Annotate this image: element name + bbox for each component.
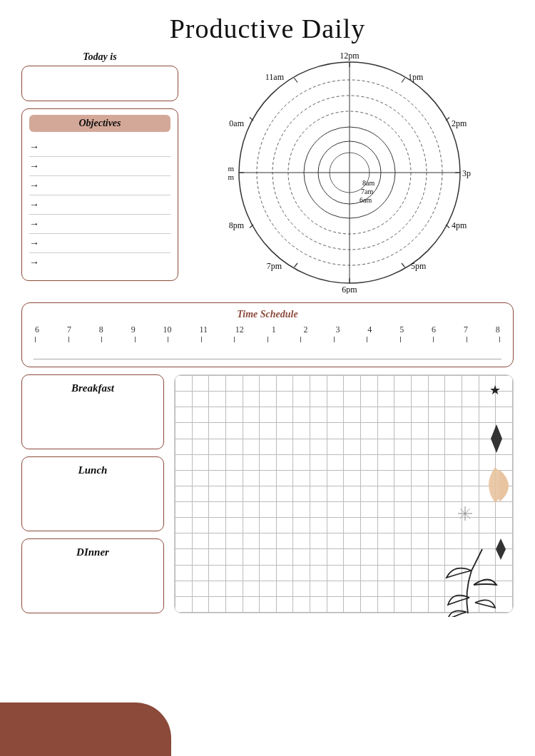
time-schedule-title: Time Schedule: [34, 309, 501, 320]
svg-text:1pm: 1pm: [408, 72, 424, 82]
time-label-15: 8: [496, 325, 500, 335]
svg-text:8am: 8am: [362, 179, 374, 187]
svg-text:8pm: 8pm: [229, 220, 245, 230]
svg-text:9am: 9am: [228, 164, 234, 173]
svg-text:6pm: 6pm: [342, 285, 357, 294]
time-schedule-labels: 6 7 8 9 10 11 12 1 2 3 4 5 6 7 8: [34, 325, 501, 335]
svg-text:12pm: 12pm: [340, 51, 360, 61]
time-label-12: 5: [399, 325, 404, 335]
svg-line-14: [402, 263, 405, 267]
objective-item-1[interactable]: →: [29, 138, 170, 157]
svg-text:7am: 7am: [361, 188, 373, 195]
time-schedule-bar[interactable]: [34, 344, 501, 359]
svg-line-16: [295, 263, 298, 267]
time-label-3: 8: [99, 325, 103, 335]
svg-line-10: [402, 78, 405, 83]
svg-line-20: [295, 78, 298, 83]
breakfast-box[interactable]: Breakfast: [21, 374, 164, 449]
objective-item-6[interactable]: →: [29, 234, 170, 253]
left-panel: Today is Objectives → → → → → → →: [21, 51, 178, 294]
time-label-10: 3: [335, 325, 340, 335]
svg-text:5pm: 5pm: [411, 261, 427, 271]
svg-text:3pm: 3pm: [462, 168, 471, 178]
date-input-box[interactable]: [21, 66, 178, 101]
objectives-header: Objectives: [29, 115, 170, 132]
time-label-9: 2: [304, 325, 308, 335]
svg-text:6am: 6am: [360, 196, 372, 204]
time-label-6: 11: [199, 325, 208, 335]
main-content-row: Today is Objectives → → → → → → →: [0, 44, 535, 294]
notes-grid-wrapper: ★: [174, 374, 514, 613]
svg-text:9pm: 9pm: [228, 173, 234, 181]
objective-item-3[interactable]: →: [29, 176, 170, 195]
grid-table: [175, 375, 513, 613]
clock-svg: 12pm 1pm 2pm 3pm 4pm 5pm 6pm 7pm 8pm 9am…: [228, 51, 471, 294]
objective-item-7[interactable]: →: [29, 253, 170, 272]
time-label-1: 6: [35, 325, 39, 335]
objective-item-4[interactable]: →: [29, 195, 170, 215]
time-label-2: 7: [67, 325, 71, 335]
page-title: Productive Daily: [0, 0, 535, 44]
time-label-8: 1: [272, 325, 276, 335]
objective-item-5[interactable]: →: [29, 215, 170, 234]
objectives-section: Objectives → → → → → → →: [21, 108, 178, 281]
corner-decoration-left: [0, 703, 171, 756]
time-schedule-section: Time Schedule 6 7 8 9 10 11 12 1 2 3 4 5…: [21, 302, 514, 367]
dinner-label: DInner: [76, 546, 109, 558]
lunch-label: Lunch: [78, 464, 108, 476]
today-label: Today is: [21, 51, 178, 101]
svg-text:10am: 10am: [228, 118, 245, 128]
time-ticks: [34, 337, 501, 342]
lunch-box[interactable]: Lunch: [21, 456, 164, 531]
meals-column: Breakfast Lunch DInner: [21, 374, 164, 613]
svg-text:2pm: 2pm: [452, 118, 467, 128]
time-label-5: 10: [163, 325, 172, 335]
time-label-4: 9: [131, 325, 136, 335]
dinner-box[interactable]: DInner: [21, 538, 164, 613]
notes-grid[interactable]: [174, 374, 514, 613]
time-label-11: 4: [367, 325, 372, 335]
bottom-section: Breakfast Lunch DInner ★: [21, 374, 514, 613]
time-label-13: 6: [432, 325, 436, 335]
time-label-14: 7: [464, 325, 468, 335]
svg-text:11am: 11am: [265, 72, 285, 82]
objective-item-2[interactable]: →: [29, 157, 170, 176]
breakfast-label: Breakfast: [71, 382, 114, 394]
svg-text:7pm: 7pm: [267, 261, 282, 271]
clock-area: 12pm 1pm 2pm 3pm 4pm 5pm 6pm 7pm 8pm 9am…: [185, 51, 514, 294]
time-label-7: 12: [235, 325, 244, 335]
svg-text:4pm: 4pm: [452, 220, 467, 230]
objectives-list: → → → → → → →: [29, 138, 170, 272]
